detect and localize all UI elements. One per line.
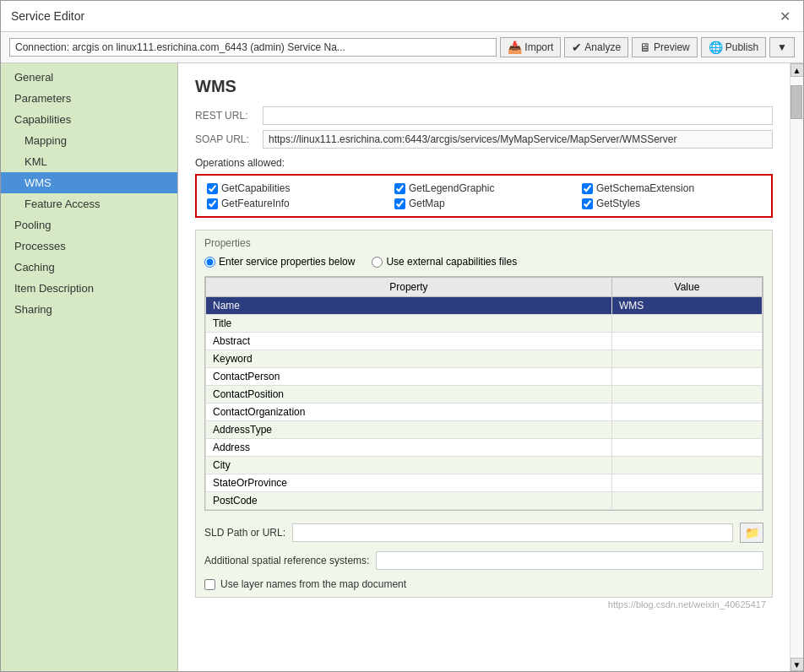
get-capabilities-label: GetCapabilities: [221, 182, 290, 194]
get-styles-checkbox[interactable]: [582, 198, 593, 209]
publish-label: Publish: [725, 41, 758, 53]
content-inner: WMS REST URL: SOAP URL: https://linux111…: [178, 63, 790, 671]
table-row[interactable]: Title: [206, 315, 763, 333]
import-icon: 📥: [508, 41, 522, 54]
soap-url-row: SOAP URL: https://linux111.esrichina.com…: [195, 130, 773, 149]
value-cell[interactable]: [611, 333, 762, 350]
soap-url-label: SOAP URL:: [195, 133, 263, 145]
value-cell[interactable]: [611, 404, 762, 421]
value-cell[interactable]: WMS: [611, 297, 762, 315]
toolbar: Connection: arcgis on linux111.esrichina…: [1, 32, 803, 63]
preview-button[interactable]: 🖥 Preview: [632, 37, 698, 57]
sld-input[interactable]: [292, 523, 733, 542]
sld-folder-button[interactable]: 📁: [740, 523, 763, 543]
table-row[interactable]: Abstract: [206, 333, 763, 350]
table-row[interactable]: ContactOrganization: [206, 404, 763, 421]
sidebar-item-caching[interactable]: Caching: [1, 257, 177, 278]
sidebar-item-sharing[interactable]: Sharing: [1, 299, 177, 320]
table-row[interactable]: PostCode: [206, 492, 763, 510]
property-cell: Name: [206, 297, 612, 315]
get-schema-extension-label: GetSchemaExtension: [596, 182, 694, 194]
value-cell[interactable]: [611, 457, 762, 474]
close-button[interactable]: ✕: [776, 8, 793, 24]
radio-row: Enter service properties below Use exter…: [204, 256, 763, 268]
ops-row-1: GetCapabilities GetLegendGraphic GetSche…: [207, 182, 761, 194]
sidebar-item-kml[interactable]: KML: [1, 151, 177, 172]
sidebar-item-feature-access[interactable]: Feature Access: [1, 193, 177, 214]
sidebar-item-parameters[interactable]: Parameters: [1, 88, 177, 109]
radio-external-input[interactable]: [372, 257, 383, 268]
sidebar-item-item-description[interactable]: Item Description: [1, 278, 177, 299]
op-get-map: GetMap: [394, 198, 573, 209]
op-get-feature-info: GetFeatureInfo: [207, 198, 386, 209]
value-cell[interactable]: [611, 492, 762, 510]
get-map-label: GetMap: [409, 198, 445, 209]
sld-row: SLD Path or URL: 📁: [204, 523, 763, 543]
layer-check-label: Use layer names from the map document: [220, 578, 406, 590]
spatial-input[interactable]: [376, 551, 763, 570]
table-row[interactable]: AddressType: [206, 421, 763, 439]
sidebar-item-capabilities[interactable]: Capabilities: [1, 109, 177, 130]
scroll-thumb[interactable]: [790, 85, 802, 119]
sidebar-item-general[interactable]: General: [1, 67, 177, 88]
property-cell: Address: [206, 439, 612, 457]
sidebar-item-wms[interactable]: WMS: [1, 172, 177, 193]
get-capabilities-checkbox[interactable]: [207, 183, 218, 194]
table-row[interactable]: City: [206, 457, 763, 474]
property-cell: City: [206, 457, 612, 474]
window-title: Service Editor: [11, 9, 84, 23]
import-button[interactable]: 📥 Import: [500, 37, 561, 57]
table-row[interactable]: ContactPerson: [206, 368, 763, 386]
get-feature-info-label: GetFeatureInfo: [221, 198, 290, 209]
value-cell[interactable]: [611, 315, 762, 333]
sidebar-item-processes[interactable]: Processes: [1, 236, 177, 257]
rest-url-input[interactable]: [263, 106, 773, 125]
property-table: Property Value NameWMSTitleAbstractKeywo…: [205, 277, 763, 510]
table-row[interactable]: Address: [206, 439, 763, 457]
radio-external-label[interactable]: Use external capabilities files: [372, 256, 517, 268]
sidebar: GeneralParametersCapabilitiesMappingKMLW…: [1, 63, 178, 671]
more-button[interactable]: ▼: [769, 37, 795, 57]
table-row[interactable]: StateOrProvince: [206, 474, 763, 492]
table-row[interactable]: Keyword: [206, 350, 763, 368]
soap-url-value: https://linux111.esrichina.com:6443/arcg…: [263, 130, 773, 149]
property-table-wrapper: Property Value NameWMSTitleAbstractKeywo…: [204, 276, 763, 511]
page-title: WMS: [195, 77, 773, 96]
sidebar-item-mapping[interactable]: Mapping: [1, 130, 177, 151]
property-cell: Abstract: [206, 333, 612, 350]
radio-enter-input[interactable]: [204, 257, 215, 268]
get-map-checkbox[interactable]: [394, 198, 405, 209]
value-cell[interactable]: [611, 368, 762, 386]
radio-enter-label[interactable]: Enter service properties below: [204, 256, 355, 268]
col-value-header: Value: [611, 278, 762, 297]
value-cell[interactable]: [611, 350, 762, 368]
get-schema-extension-checkbox[interactable]: [582, 183, 593, 194]
rest-url-label: REST URL:: [195, 110, 263, 122]
get-legend-graphic-checkbox[interactable]: [394, 183, 405, 194]
scroll-down-arrow[interactable]: ▼: [790, 658, 804, 671]
table-row[interactable]: NameWMS: [206, 297, 763, 315]
publish-button[interactable]: 🌐 Publish: [701, 37, 766, 57]
analyze-button[interactable]: ✔ Analyze: [564, 37, 628, 57]
scroll-up-arrow[interactable]: ▲: [790, 63, 804, 77]
analyze-icon: ✔: [572, 41, 582, 54]
sidebar-item-pooling[interactable]: Pooling: [1, 214, 177, 236]
right-scrollbar: ▲ ▼: [790, 63, 803, 671]
property-cell: ContactOrganization: [206, 404, 612, 421]
analyze-label: Analyze: [584, 41, 621, 53]
publish-icon: 🌐: [709, 41, 723, 54]
get-feature-info-checkbox[interactable]: [207, 198, 218, 209]
property-cell: ContactPerson: [206, 368, 612, 386]
value-cell[interactable]: [611, 474, 762, 492]
value-cell[interactable]: [611, 386, 762, 404]
import-label: Import: [524, 41, 553, 53]
rest-url-row: REST URL:: [195, 106, 773, 125]
value-cell[interactable]: [611, 421, 762, 439]
table-row[interactable]: ContactPosition: [206, 386, 763, 404]
layer-check-checkbox[interactable]: [204, 579, 215, 590]
value-cell[interactable]: [611, 439, 762, 457]
watermark: https://blog.csdn.net/weixin_40625417: [195, 598, 773, 611]
scroll-track: [790, 77, 803, 658]
properties-section: Properties Enter service properties belo…: [195, 230, 773, 598]
operations-section: Operations allowed: GetCapabilities GetL…: [195, 157, 773, 218]
